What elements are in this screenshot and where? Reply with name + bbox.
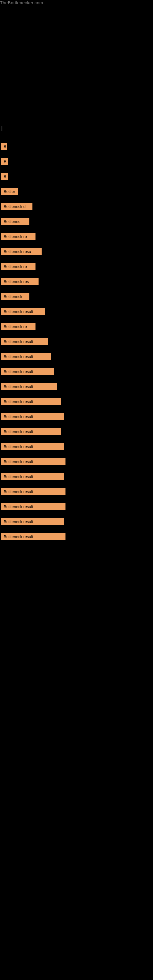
site-title-bar: TheBottlenecker.com <box>0 0 153 5</box>
list-item: Bottleneck result <box>1 398 61 405</box>
list-item: Bottleneck resu <box>1 248 41 255</box>
list-item: Bottleneck result <box>1 338 48 345</box>
list-item: Bottleneck result <box>1 488 65 495</box>
list-item: B <box>1 143 7 150</box>
list-item: Bottler <box>1 188 18 195</box>
list-item: Bottleneck re <box>1 233 35 240</box>
list-item: Bottleneck result <box>1 428 61 435</box>
site-title: TheBottlenecker.com <box>0 0 43 6</box>
list-item: Bottleneck <box>1 293 29 300</box>
list-item: Bottleneck result <box>1 473 64 480</box>
list-item: Bottleneck result <box>1 353 51 360</box>
list-item: B <box>1 173 8 180</box>
list-item: E <box>1 158 8 165</box>
list-item: Bottleneck result <box>1 533 65 540</box>
list-item: Bottleneck res <box>1 278 38 285</box>
list-item: Bottleneck result <box>1 503 65 510</box>
content-area: | BEBBottlerBottleneck dBottlenecBottlen… <box>0 122 153 548</box>
list-item: Bottleneck result <box>1 308 45 315</box>
list-item: Bottleneck result <box>1 368 54 375</box>
top-section <box>0 5 153 122</box>
list-item: Bottleneck re <box>1 263 35 270</box>
list-item: Bottleneck re <box>1 323 35 330</box>
bottleneck-items-container: BEBBottlerBottleneck dBottlenecBottlenec… <box>0 137 153 540</box>
text-cursor: | <box>0 122 153 134</box>
list-item: Bottlenec <box>1 218 29 225</box>
list-item: Bottleneck d <box>1 203 32 210</box>
list-item: Bottleneck result <box>1 383 57 390</box>
list-item: Bottleneck result <box>1 458 65 465</box>
list-item: Bottleneck result <box>1 518 64 525</box>
list-item: Bottleneck result <box>1 443 64 450</box>
list-item: Bottleneck result <box>1 413 64 420</box>
